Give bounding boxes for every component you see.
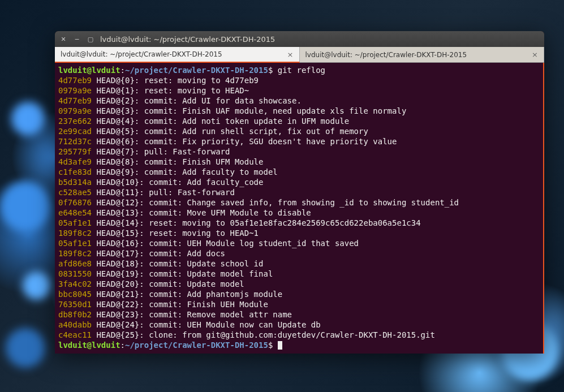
reflog-line: 712d37c HEAD@{6}: commit: Fix priority, …: [58, 136, 540, 147]
commit-hash: afd86e8: [58, 259, 92, 268]
commit-hash: 4d3afe9: [58, 157, 92, 166]
maximize-icon[interactable]: ▢: [87, 35, 94, 43]
reflog-text: HEAD@{6}: commit: Fix priority, SGU does…: [92, 137, 397, 146]
reflog-text: HEAD@{14}: reset: moving to 05af1e1e8fac…: [92, 218, 421, 227]
reflog-line: 76350d1 HEAD@{22}: commit: Finish UEH Mo…: [58, 299, 540, 309]
prompt-line: lvduit@lvduit:~/project/Crawler-DKXT-DH-…: [58, 340, 540, 350]
reflog-text: HEAD@{7}: pull: Fast-forward: [92, 147, 230, 156]
prompt-user: lvduit@lvduit: [58, 66, 120, 75]
commit-hash: 05af1e1: [58, 218, 92, 227]
reflog-text: HEAD@{10}: commit: Add faculty_code: [92, 178, 263, 187]
reflog-text: HEAD@{13}: commit: Move UFM Module to di…: [92, 208, 311, 217]
prompt-user: lvduit@lvduit: [58, 341, 120, 350]
commit-hash: c4eac11: [58, 330, 92, 339]
reflog-text: HEAD@{17}: commit: Add docs: [92, 249, 225, 258]
commit-hash: 0979a9e: [58, 86, 92, 95]
close-icon[interactable]: ×: [287, 50, 294, 59]
reflog-text: HEAD@{5}: commit: Add run shell script, …: [92, 127, 368, 136]
commit-hash: 2e99cad: [58, 127, 92, 136]
cursor: [278, 341, 282, 350]
commit-hash: c1fe83d: [58, 167, 92, 176]
terminal-window: ✕ ─ ▢ lvduit@lvduit: ~/project/Crawler-D…: [55, 31, 544, 354]
terminal-output[interactable]: lvduit@lvduit:~/project/Crawler-DKXT-DH-…: [55, 63, 544, 354]
commit-hash: 0f76876: [58, 198, 92, 207]
reflog-text: HEAD@{1}: reset: moving to HEAD~: [92, 86, 249, 95]
prompt-sep: :: [120, 341, 125, 350]
tab-1[interactable]: lvduit@lvduit: ~/project/Crawler-DKXT-DH…: [300, 47, 545, 62]
reflog-text: HEAD@{3}: commit: Finish UAF module, nee…: [92, 106, 406, 115]
window-titlebar[interactable]: ✕ ─ ▢ lvduit@lvduit: ~/project/Crawler-D…: [55, 31, 544, 47]
reflog-text: HEAD@{18}: commit: Update school id: [92, 259, 263, 268]
reflog-line: 0f76876 HEAD@{12}: commit: Change saved …: [58, 197, 540, 208]
reflog-text: HEAD@{0}: reset: moving to 4d77eb9: [92, 76, 259, 85]
commit-hash: 0831550: [58, 269, 92, 278]
reflog-line: a40dabb HEAD@{24}: commit: UEH Module no…: [58, 320, 540, 330]
reflog-text: HEAD@{4}: commit: Add noti token update …: [92, 117, 349, 126]
reflog-line: 05af1e1 HEAD@{14}: reset: moving to 05af…: [58, 218, 540, 228]
reflog-text: HEAD@{12}: commit: Change saved info, fr…: [92, 198, 459, 207]
prompt-dollar: $: [268, 341, 273, 350]
reflog-line: 05af1e1 HEAD@{16}: commit: UEH Module lo…: [58, 238, 540, 248]
prompt-dollar: $: [268, 66, 273, 75]
commit-hash: 4d77eb9: [58, 76, 92, 85]
reflog-text: HEAD@{15}: reset: moving to HEAD~1: [92, 229, 259, 238]
reflog-line: 0979a9e HEAD@{3}: commit: Finish UAF mod…: [58, 106, 540, 116]
prompt-sep: :: [120, 66, 125, 75]
commit-hash: 4d77eb9: [58, 96, 92, 105]
commit-hash: a40dabb: [58, 320, 92, 329]
reflog-text: HEAD@{2}: commit: Add UI for data showca…: [92, 96, 302, 105]
reflog-text: HEAD@{21}: commit: Add phantomjs module: [92, 290, 282, 299]
reflog-line: 4d3afe9 HEAD@{8}: commit: Finish UFM Mod…: [58, 157, 540, 167]
command-line: lvduit@lvduit:~/project/Crawler-DKXT-DH-…: [58, 65, 540, 75]
reflog-line: afd86e8 HEAD@{18}: commit: Update school…: [58, 259, 540, 269]
reflog-line: 0979a9e HEAD@{1}: reset: moving to HEAD~: [58, 85, 540, 96]
window-title: lvduit@lvduit: ~/project/Crawler-DKXT-DH…: [100, 35, 275, 44]
commit-hash: 189f8c2: [58, 229, 92, 238]
reflog-line: bbc8045 HEAD@{21}: commit: Add phantomjs…: [58, 289, 540, 299]
commit-hash: 3fa4c02: [58, 279, 92, 288]
commit-hash: e648e54: [58, 208, 92, 217]
minimize-icon[interactable]: ─: [73, 35, 81, 43]
commit-hash: 237e662: [58, 117, 92, 126]
tab-label: lvduit@lvduit: ~/project/Crawler-DKXT-DH…: [61, 50, 222, 58]
reflog-line: 4d77eb9 HEAD@{2}: commit: Add UI for dat…: [58, 96, 540, 106]
command-text: git reflog: [278, 66, 325, 75]
reflog-text: HEAD@{19}: commit: Update model final: [92, 269, 273, 278]
reflog-line: 237e662 HEAD@{4}: commit: Add noti token…: [58, 116, 540, 126]
reflog-text: HEAD@{8}: commit: Finish UFM Module: [92, 157, 263, 166]
reflog-text: HEAD@{9}: commit: Add faculty to model: [92, 167, 278, 176]
reflog-text: HEAD@{23}: commit: Remove model attr nam…: [92, 310, 292, 319]
reflog-text: HEAD@{11}: pull: Fast-forward: [92, 188, 235, 197]
reflog-text: HEAD@{22}: commit: Finish UEH Module: [92, 300, 268, 309]
reflog-line: 189f8c2 HEAD@{15}: reset: moving to HEAD…: [58, 228, 540, 238]
commit-hash: 712d37c: [58, 137, 92, 146]
reflog-line: e648e54 HEAD@{13}: commit: Move UFM Modu…: [58, 208, 540, 218]
commit-hash: 295779f: [58, 147, 92, 156]
tab-label: lvduit@lvduit: ~/project/Crawler-DKXT-DH…: [305, 51, 467, 59]
reflog-line: db8f0b2 HEAD@{23}: commit: Remove model …: [58, 309, 540, 320]
reflog-line: 2e99cad HEAD@{5}: commit: Add run shell …: [58, 126, 540, 136]
commit-hash: db8f0b2: [58, 310, 92, 319]
reflog-line: 189f8c2 HEAD@{17}: commit: Add docs: [58, 248, 540, 259]
commit-hash: 05af1e1: [58, 239, 92, 248]
commit-hash: 76350d1: [58, 300, 92, 309]
commit-hash: bbc8045: [58, 290, 92, 299]
reflog-line: c1fe83d HEAD@{9}: commit: Add faculty to…: [58, 167, 540, 177]
close-icon[interactable]: ✕: [59, 35, 67, 43]
reflog-line: 3fa4c02 HEAD@{20}: commit: Update model: [58, 279, 540, 289]
tab-0[interactable]: lvduit@lvduit: ~/project/Crawler-DKXT-DH…: [55, 47, 300, 63]
reflog-text: HEAD@{24}: commit: UEH Module now can Up…: [92, 320, 321, 329]
commit-hash: 0979a9e: [58, 106, 92, 115]
commit-hash: b5d314a: [58, 178, 92, 187]
reflog-text: HEAD@{20}: commit: Update model: [92, 279, 244, 288]
reflog-line: b5d314a HEAD@{10}: commit: Add faculty_c…: [58, 177, 540, 187]
reflog-line: 295779f HEAD@{7}: pull: Fast-forward: [58, 147, 540, 157]
prompt-path: ~/project/Crawler-DKXT-DH-2015: [125, 341, 268, 350]
commit-hash: 189f8c2: [58, 249, 92, 258]
reflog-line: c528ae5 HEAD@{11}: pull: Fast-forward: [58, 187, 540, 197]
commit-hash: c528ae5: [58, 188, 92, 197]
reflog-line: 4d77eb9 HEAD@{0}: reset: moving to 4d77e…: [58, 75, 540, 85]
reflog-text: HEAD@{25}: clone: from git@github.com:du…: [92, 330, 435, 339]
prompt-path: ~/project/Crawler-DKXT-DH-2015: [125, 66, 268, 75]
close-icon[interactable]: ×: [532, 50, 538, 59]
